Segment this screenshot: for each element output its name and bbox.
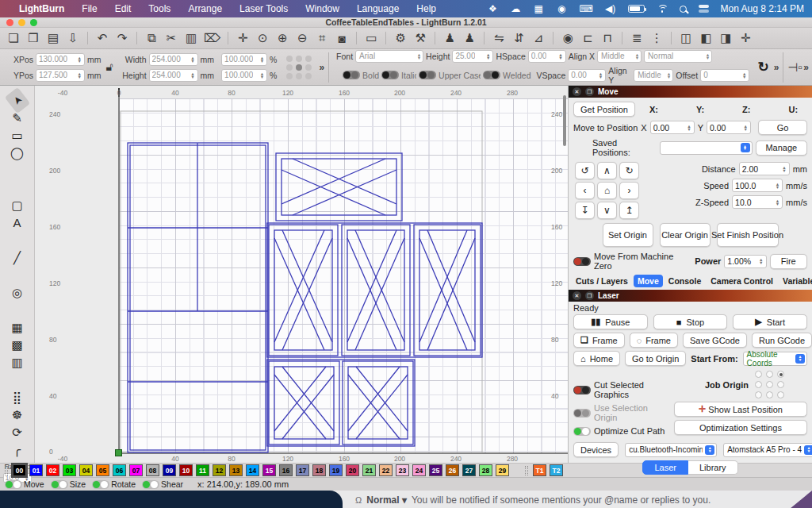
close-panel-icon[interactable]: ✕	[573, 87, 581, 96]
refresh-icon[interactable]: ↻	[757, 59, 768, 75]
jog-down-button[interactable]: ∨	[597, 202, 617, 219]
color-swatch[interactable]: 11	[196, 464, 209, 476]
jog-z-down-button[interactable]: ↧	[575, 202, 595, 219]
open-file-icon[interactable]: ❒	[26, 30, 40, 46]
color-swatch[interactable]: 21	[362, 464, 376, 476]
frame-circle-button[interactable]: ◌Frame	[630, 333, 678, 348]
color-swatch[interactable]: 16	[279, 464, 293, 476]
separator[interactable]	[87, 32, 88, 44]
device-settings-icon[interactable]: ⚒	[413, 30, 427, 46]
offset-shapes-tool[interactable]: ◎	[7, 284, 28, 301]
manage-button[interactable]: Manage	[756, 140, 807, 156]
use-selection-origin-toggle[interactable]: Use Selection Origin	[573, 403, 671, 422]
optimize-cut-path-toggle[interactable]: Optimize Cut Path	[573, 426, 671, 436]
jog-right-button[interactable]: ›	[619, 182, 639, 199]
menu-item[interactable]: Window	[305, 3, 339, 14]
dropbox-icon[interactable]: ❖	[487, 3, 498, 14]
aspect-lock-icon[interactable]: 🔓︎	[106, 60, 113, 74]
rectangle-tool[interactable]: ▭	[7, 127, 28, 144]
offset-input[interactable]: 0▲▼	[700, 69, 749, 82]
port-select[interactable]: cu.Bluetooth-Incomin▲▼	[625, 443, 717, 457]
settings-gear-icon[interactable]: ⚙	[393, 30, 408, 46]
color-swatch[interactable]: 05	[96, 464, 109, 476]
panel-tab[interactable]: Cuts / Layers	[572, 275, 632, 287]
devices-button[interactable]: Devices	[573, 442, 619, 457]
go-to-origin-button[interactable]: Go to Origin	[625, 351, 686, 366]
tool-layer-swatch[interactable]: T2	[550, 464, 563, 476]
menu-item[interactable]: LightBurn	[19, 3, 64, 14]
keyboard-icon[interactable]: ⌨	[579, 3, 592, 14]
width-percent-input[interactable]: 100.000▲▼	[221, 53, 267, 66]
jog-up-button[interactable]: ∧	[597, 162, 617, 179]
cloud-sync-icon[interactable]: ☁	[510, 3, 521, 14]
float-panel-icon[interactable]: ❐	[585, 291, 594, 300]
redo-icon[interactable]: ↷	[115, 30, 129, 46]
color-swatch[interactable]: 00	[13, 464, 26, 476]
node-edit-icon[interactable]: ⊣▫	[787, 60, 802, 75]
color-swatch[interactable]: 24	[412, 464, 426, 476]
color-swatch[interactable]: 29	[496, 464, 509, 476]
alignx-select[interactable]: Middle▲▼	[597, 50, 642, 63]
color-swatch[interactable]: 15	[262, 464, 276, 476]
separator[interactable]	[553, 32, 553, 44]
set-origin-button[interactable]: Set Origin	[603, 223, 653, 247]
set-finish-position-button[interactable]: Set Finish Position	[717, 223, 779, 247]
jog-home-button[interactable]: ⌂	[597, 182, 617, 199]
polygon-pentagon-tool[interactable]	[7, 179, 28, 196]
color-swatch[interactable]: 26	[446, 464, 459, 476]
panel-tab[interactable]: Camera Control	[707, 275, 777, 287]
transform-toggle[interactable]: Size	[51, 479, 86, 489]
user-icon[interactable]: ♟	[462, 30, 477, 46]
volume-icon[interactable]: ◀)	[605, 3, 616, 14]
xpos-input[interactable]: 130.000▲▼	[36, 53, 85, 66]
menu-item[interactable]: Tools	[148, 3, 170, 14]
boolean-intersect-tool[interactable]: ▥	[7, 354, 28, 371]
color-swatch[interactable]: 12	[213, 464, 226, 476]
height-percent-input[interactable]: 100.000▲▼	[221, 69, 267, 82]
divider[interactable]	[7, 371, 28, 388]
tool-layer-swatch[interactable]: T1	[533, 464, 546, 476]
menu-item[interactable]: Edit	[115, 3, 132, 14]
close-panel-icon[interactable]: ✕	[573, 291, 581, 300]
extra-overflow-chevron[interactable]: »	[803, 62, 809, 73]
pan-icon[interactable]: ✛	[236, 30, 250, 46]
save-icon[interactable]: ▤	[46, 30, 60, 46]
pause-button[interactable]: ▮▮Pause	[573, 314, 648, 329]
canvas-vertical-scrollbar[interactable]	[563, 95, 566, 146]
distribute-horizontal-icon[interactable]: ≣	[630, 30, 644, 46]
color-swatch[interactable]: 27	[462, 464, 476, 476]
edit-text-tool[interactable]: A	[7, 214, 28, 231]
color-swatch[interactable]: 13	[229, 464, 243, 476]
zoom-out-icon[interactable]: ⊖	[295, 30, 309, 46]
menu-item[interactable]: Help	[416, 3, 436, 14]
notification-level-dropdown[interactable]: Normal ▾	[366, 495, 407, 506]
battery-icon[interactable]	[628, 5, 645, 13]
ellipse-tool[interactable]: ◯	[7, 144, 28, 161]
saved-positions-select[interactable]: ▲▼	[660, 141, 753, 155]
separator[interactable]	[228, 32, 228, 44]
font-height-input[interactable]: 25.00▲▼	[452, 50, 493, 63]
play-circle-icon[interactable]: ◉	[556, 3, 567, 14]
menu-item[interactable]: Language	[357, 3, 399, 14]
transform-toggle[interactable]: Shear	[142, 479, 183, 489]
power-input[interactable]: 1.00%▲▼	[724, 255, 766, 268]
font-select[interactable]: Arial▲▼	[355, 50, 423, 63]
font-overflow-chevron[interactable]: »	[774, 62, 779, 73]
color-swatch[interactable]: 10	[179, 464, 193, 476]
panel-tab[interactable]: Console	[665, 275, 705, 287]
start-button[interactable]: ▶Start	[733, 314, 807, 329]
get-position-button[interactable]: Get Position	[573, 102, 635, 117]
palette-drag-handle[interactable]	[5, 466, 8, 475]
italic-toggle[interactable]	[381, 71, 399, 79]
distribute-vertical-icon[interactable]: ⋮	[649, 30, 664, 46]
position-laser-icon[interactable]: ◉	[561, 30, 575, 46]
color-swatch[interactable]: 08	[146, 464, 159, 476]
object-origin-selector[interactable]	[286, 56, 312, 79]
measure-tool[interactable]: ╱	[7, 249, 28, 266]
move-y-input[interactable]: 0.00▲▼	[707, 121, 751, 134]
width-input[interactable]: 254.000▲▼	[149, 53, 198, 66]
separator[interactable]	[484, 32, 485, 44]
vspace-input[interactable]: 0.00▲▼	[568, 69, 606, 82]
ypos-input[interactable]: 127.500▲▼	[36, 69, 85, 82]
copy-icon[interactable]: ⧉	[144, 30, 159, 46]
